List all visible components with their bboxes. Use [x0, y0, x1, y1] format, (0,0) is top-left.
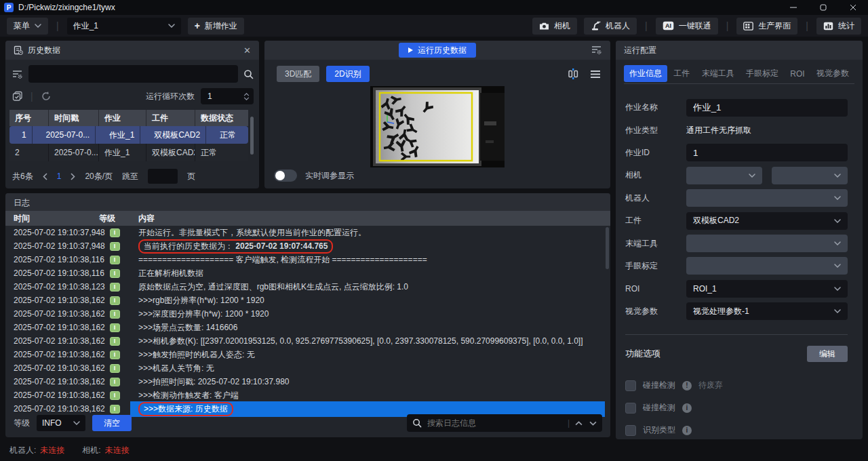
log-time: 2025-07-02 19:10:38,162	[5, 390, 99, 400]
checkbox[interactable]	[625, 403, 636, 414]
log-search-input[interactable]	[427, 418, 562, 428]
log-row[interactable]: 2025-07-02 19:10:38,116I================…	[5, 253, 610, 266]
history-table-row[interactable]: 12025-07-0...作业_1双模板CAD2正常	[9, 126, 248, 144]
robot-status-label: 机器人:	[9, 445, 36, 456]
checkbox[interactable]	[625, 380, 636, 391]
log-scrollbar[interactable]	[606, 227, 609, 269]
pagination-jump-label: 跳至	[122, 171, 138, 182]
field-select[interactable]	[686, 167, 762, 184]
mode-3d-match-button[interactable]: 3D匹配	[277, 66, 319, 82]
log-row[interactable]: 2025-07-02 19:10:38,162I>>>拍照时间戳: 2025-0…	[5, 375, 610, 388]
log-time: 2025-07-02 19:10:38,162	[5, 350, 99, 359]
search-next-icon[interactable]	[589, 421, 597, 426]
field-input[interactable]	[686, 99, 848, 117]
add-job-button[interactable]: + 新增作业	[188, 18, 244, 35]
cycle-count-stepper[interactable]: 1	[201, 88, 254, 104]
tab-视觉参数[interactable]: 视觉参数	[811, 65, 854, 82]
job-select[interactable]: 作业_1	[67, 18, 181, 35]
log-time: 2025-07-02 19:10:37,948	[5, 241, 99, 251]
field-select[interactable]	[686, 235, 848, 252]
log-row[interactable]: 2025-07-02 19:10:38,162I>>>场景点云数量: 14166…	[5, 321, 610, 334]
realtime-param-toggle[interactable]	[274, 169, 297, 182]
annotation-red-box: 当前执行的历史数据为： 2025-07-02 19:07:44.765	[138, 239, 333, 254]
history-search-input[interactable]	[28, 65, 238, 83]
multi-select-icon[interactable]	[12, 91, 23, 102]
fit-compare-icon[interactable]	[567, 68, 579, 80]
run-history-data-button[interactable]: 运行历史数据	[399, 43, 476, 58]
minimize-button[interactable]	[778, 0, 808, 15]
field-input[interactable]	[686, 144, 848, 161]
stepper-up-icon[interactable]	[243, 93, 250, 96]
pagination-page-size[interactable]: 20条/页	[85, 171, 113, 182]
history-table-scrollbar[interactable]	[250, 117, 254, 155]
window-title: D:/Pickwiz/zixingche1/tywx	[18, 3, 115, 12]
camera-button[interactable]: 相机	[532, 18, 577, 35]
history-cell: 双模板CAD2	[146, 144, 195, 161]
filter-settings-icon[interactable]	[12, 69, 23, 79]
history-table-row[interactable]: 22025-07-0...作业_1双模板CAD2正常	[9, 144, 248, 161]
field-label: 末端工具	[625, 238, 686, 249]
log-row[interactable]: 2025-07-02 19:10:37,948I当前执行的历史数据为： 2025…	[5, 239, 610, 253]
tab-ROI[interactable]: ROI	[785, 66, 810, 81]
log-row[interactable]: 2025-07-02 19:10:37,948I开始运行。非批量模式下，系统默认…	[5, 226, 610, 239]
history-column-header: 序号	[9, 110, 49, 126]
hamburger-menu-icon[interactable]	[590, 70, 601, 79]
tab-作业信息[interactable]: 作业信息	[624, 65, 667, 82]
menu-button[interactable]: 菜单	[7, 18, 48, 35]
close-button[interactable]	[838, 0, 868, 15]
config-field-row: 末端工具	[625, 232, 848, 254]
log-row[interactable]: 2025-07-02 19:10:38,162I>>>相机参数(K): [[23…	[5, 334, 610, 348]
field-select[interactable]: 双模板CAD2	[686, 212, 848, 230]
checkbox[interactable]	[625, 425, 636, 436]
close-icon[interactable]: ✕	[243, 45, 251, 56]
filter-settings-icon[interactable]	[591, 45, 602, 55]
field-select[interactable]: ROI_1	[686, 280, 848, 298]
next-page-icon[interactable]	[71, 173, 75, 180]
log-row[interactable]: 2025-07-02 19:10:38,162I>>>触发拍照时的机器人姿态: …	[5, 348, 610, 361]
robot-button[interactable]: 机器人	[584, 18, 637, 35]
log-row[interactable]: 2025-07-02 19:10:38,162I>>>rgb图分辨率(h*w):…	[5, 294, 610, 307]
log-row[interactable]: 2025-07-02 19:10:38,162I>>>检测动作触发者: 客户端	[5, 388, 610, 402]
config-field-row: 作业名称	[625, 96, 848, 119]
log-row[interactable]: 2025-07-02 19:10:38,162I>>>数据来源: 历史数据	[5, 402, 610, 416]
log-row[interactable]: 2025-07-02 19:10:38,162I>>>机器人关节角: 无	[5, 361, 610, 375]
tab-末端工具[interactable]: 末端工具	[696, 65, 740, 82]
maximize-button[interactable]	[808, 0, 838, 15]
field-select[interactable]	[686, 257, 848, 275]
edit-button[interactable]: 编辑	[807, 346, 848, 362]
svg-text:AI: AI	[665, 22, 671, 29]
tab-手眼标定[interactable]: 手眼标定	[741, 65, 784, 82]
pagination-jump-input[interactable]	[148, 169, 178, 184]
run-config-panel: 运行配置 作业信息工件末端工具手眼标定ROI视觉参数 作业名称作业类型通用工件无…	[616, 41, 863, 439]
clear-log-button[interactable]: 清空	[92, 415, 132, 431]
ai-button[interactable]: AI一键联通	[656, 18, 718, 35]
field-select[interactable]: 视觉处理参数-1	[686, 302, 848, 320]
stepper-down-icon[interactable]	[243, 97, 250, 100]
camera-status-value: 未连接	[105, 445, 130, 456]
log-row[interactable]: 2025-07-02 19:10:38,116I正在解析相机数据	[5, 266, 610, 280]
field-select[interactable]	[686, 189, 848, 207]
log-level-select[interactable]: INFO	[37, 415, 85, 431]
field-select[interactable]	[772, 167, 848, 184]
warning-icon: !	[682, 381, 692, 390]
search-icon[interactable]	[243, 69, 254, 79]
log-row[interactable]: 2025-07-02 19:10:38,162I>>>深度图分辨率(h*w): …	[5, 307, 610, 321]
log-level-badge: I	[110, 350, 120, 359]
stats-button[interactable]: 统计	[816, 18, 861, 35]
refresh-icon[interactable]	[41, 91, 52, 102]
viewer-panel: 运行历史数据 3D匹配 2D识别	[264, 41, 610, 188]
tab-工件[interactable]: 工件	[668, 65, 695, 82]
log-level-badge: I	[110, 296, 120, 305]
mode-2d-recognition-button[interactable]: 2D识别	[326, 66, 369, 82]
log-search-box[interactable]: |	[407, 414, 602, 432]
history-column-header: 数据状态	[195, 110, 248, 126]
log-time: 2025-07-02 19:10:38,123	[5, 282, 99, 292]
log-content: >>>拍照时间戳: 2025-07-02 19:10:37.980	[130, 376, 610, 388]
log-row[interactable]: 2025-07-02 19:10:38,123I原始数据点云为空, 通过深度图、…	[5, 280, 610, 294]
camera-image[interactable]	[370, 86, 505, 167]
prev-page-icon[interactable]	[43, 173, 47, 180]
grid-button[interactable]: 生产界面	[736, 18, 797, 35]
pagination-current-page[interactable]: 1	[57, 172, 62, 181]
search-prev-icon[interactable]	[575, 421, 583, 426]
config-field-row: ROIROI_1	[625, 277, 848, 300]
